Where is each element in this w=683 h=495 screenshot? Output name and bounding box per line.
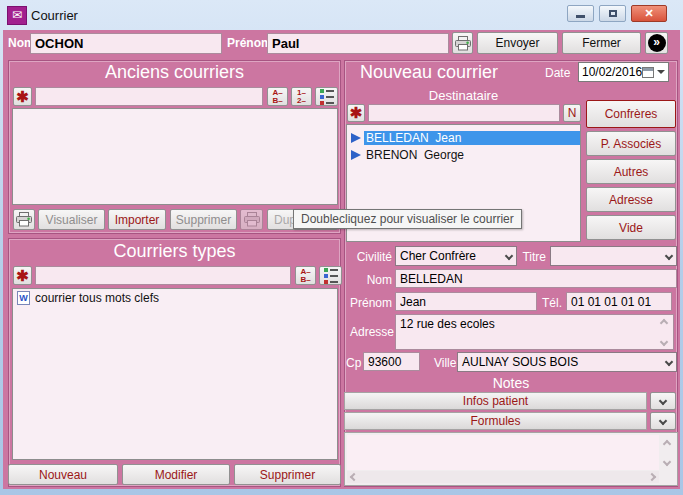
notes-title: Notes [344, 375, 678, 391]
chevron-down-icon [659, 417, 667, 425]
sort-alpha-icon[interactable]: A– B– [267, 87, 288, 106]
courriers-types-list: W courrier tous mots clefs [12, 288, 338, 460]
scroll-down-icon[interactable] [663, 458, 671, 466]
anciens-print2-button[interactable] [240, 209, 263, 230]
modifier-button[interactable]: Modifier [122, 464, 230, 485]
fermer-button[interactable]: Fermer [562, 32, 641, 54]
infos-patient-expand-button[interactable] [650, 392, 676, 410]
dest-prenom-label: Prénom [346, 296, 392, 310]
visualiser-button[interactable]: Visualiser [38, 209, 105, 230]
titre-select[interactable] [550, 246, 677, 266]
asterisk-icon: ✱ [16, 271, 29, 281]
asterisk-icon: ✱ [16, 92, 29, 102]
date-value: 10/02/2016 [582, 65, 642, 79]
cp-label: Cp [346, 356, 361, 370]
recipient-name: BRENON George [364, 148, 580, 162]
formules-bar[interactable]: Formules [344, 412, 647, 430]
flag-icon [351, 150, 361, 160]
n-button[interactable]: N [563, 104, 581, 122]
dest-nom-label: Nom [362, 273, 392, 287]
category-list-icon[interactable] [319, 266, 342, 285]
print-button[interactable] [452, 32, 473, 54]
scroll-left-icon[interactable] [350, 473, 358, 481]
courriers-types-title: Courriers types [8, 241, 341, 262]
courrier-window: ✉ Courrier ✕ Nom Prénom Envoyer Fermer »… [0, 0, 683, 495]
anciens-supprimer-button[interactable]: Supprimer [170, 209, 237, 230]
envoyer-button[interactable]: Envoyer [477, 32, 558, 54]
nouveau-button[interactable]: Nouveau [8, 464, 118, 485]
adresse-label: Adresse [350, 325, 392, 339]
types-supprimer-button[interactable]: Supprimer [234, 464, 341, 485]
category-p-associes-button[interactable]: P. Associés [586, 131, 676, 156]
types-filter-button[interactable]: ✱ [13, 266, 32, 285]
sort-alpha-icon[interactable]: A– B– [295, 266, 316, 285]
recipient-name: BELLEDAN Jean [364, 131, 580, 145]
anciens-print-button[interactable] [13, 209, 35, 230]
category-confreres-button[interactable]: Confrères [586, 100, 676, 128]
sort-numeric-icon[interactable]: 1– 2– [291, 87, 312, 106]
scroll-right-icon[interactable] [648, 473, 656, 481]
tel-label: Tél. [538, 296, 562, 310]
date-label: Date [545, 66, 570, 80]
scroll-up-icon[interactable] [663, 440, 671, 448]
patient-prenom-input[interactable] [267, 33, 449, 54]
notes-textarea[interactable] [347, 435, 659, 470]
maximize-button[interactable] [599, 5, 626, 22]
destinataire-filter-input[interactable] [368, 104, 560, 122]
calendar-icon [642, 67, 654, 78]
fast-forward-icon: » [648, 34, 666, 52]
list-item[interactable]: BRENON George [347, 146, 580, 163]
chevron-down-icon [657, 70, 665, 74]
category-vide-button[interactable]: Vide [586, 215, 676, 240]
printer-icon [244, 212, 260, 227]
close-icon: ✕ [644, 7, 653, 20]
notes-textarea-frame [344, 432, 678, 486]
patient-prenom-label: Prénom [227, 36, 272, 50]
importer-button[interactable]: Importer [108, 209, 166, 230]
maximize-icon [609, 10, 617, 17]
word-document-icon: W [17, 291, 30, 305]
dest-nom-input[interactable] [395, 269, 677, 288]
nouveau-courrier-title: Nouveau courrier [360, 62, 498, 83]
close-button[interactable]: ✕ [631, 5, 667, 22]
adresse-textarea[interactable]: 12 rue des ecoles [395, 314, 674, 350]
minimize-button[interactable] [567, 5, 594, 22]
list-item[interactable]: BELLEDAN Jean [347, 129, 580, 146]
civilite-select[interactable]: Cher Confrère [395, 246, 517, 266]
printer-icon [16, 212, 32, 227]
anciens-courriers-title: Anciens courriers [8, 62, 341, 83]
civilite-label: Civilité [347, 250, 392, 264]
category-autres-button[interactable]: Autres [586, 159, 676, 184]
list-item[interactable]: W courrier tous mots clefs [13, 289, 337, 306]
flag-icon [351, 133, 361, 143]
types-filter-input[interactable] [35, 266, 291, 285]
chevron-down-icon [665, 252, 673, 260]
ville-value: AULNAY SOUS BOIS [462, 355, 666, 369]
civilite-value: Cher Confrère [400, 249, 506, 263]
titre-label: Titre [520, 250, 546, 264]
courrier-type-label: courrier tous mots clefs [35, 291, 159, 305]
ville-label: Ville [434, 356, 456, 370]
ville-select[interactable]: AULNAY SOUS BOIS [457, 352, 677, 372]
cp-input[interactable] [363, 352, 420, 371]
tooltip: Doublecliquez pour visualiser le courrie… [293, 209, 522, 229]
chevron-down-icon [505, 252, 513, 260]
anciens-filter-input[interactable] [35, 87, 263, 106]
anciens-courriers-list[interactable] [12, 108, 338, 205]
destinataire-filter-button[interactable]: ✱ [347, 104, 365, 122]
formules-expand-button[interactable] [650, 412, 676, 430]
horizontal-scrollbar[interactable] [347, 471, 659, 483]
anciens-filter-button[interactable]: ✱ [13, 87, 32, 106]
infos-patient-bar[interactable]: Infos patient [344, 392, 647, 410]
date-picker[interactable]: 10/02/2016 [578, 62, 669, 82]
patient-nom-input[interactable] [30, 33, 222, 54]
window-title: Courrier [31, 8, 78, 23]
category-list-icon[interactable] [315, 87, 338, 106]
chevron-down-icon [665, 358, 673, 366]
category-adresse-button[interactable]: Adresse [586, 187, 676, 212]
dest-prenom-input[interactable] [395, 292, 537, 311]
tel-input[interactable] [566, 292, 672, 311]
next-button[interactable]: » [645, 32, 668, 54]
minimize-icon [576, 15, 585, 18]
printer-icon [455, 36, 471, 51]
